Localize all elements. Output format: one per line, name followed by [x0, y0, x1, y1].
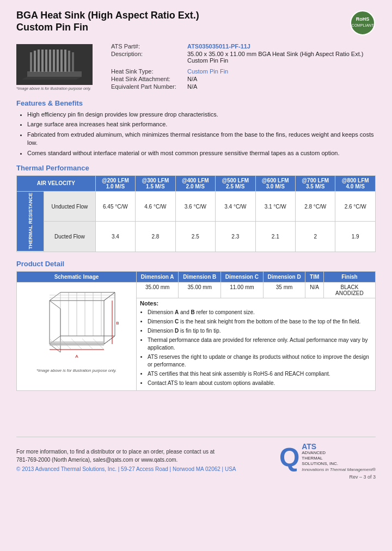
features-heading: Features & Benefits — [16, 99, 376, 107]
svg-rect-6 — [38, 50, 40, 72]
dim-b-value: 35.00 mm — [179, 282, 221, 298]
note-item: Dimension C is the heat sink height from… — [148, 318, 372, 326]
notes-title: Notes: — [140, 300, 372, 307]
svg-rect-15 — [72, 52, 74, 72]
heat-sink-type-label: Heat Sink Type: — [109, 68, 185, 75]
svg-marker-17 — [50, 292, 115, 301]
svg-rect-5 — [34, 51, 36, 72]
dim-a-value: 35.00 mm — [137, 282, 179, 298]
ducted-200: 3.4 — [95, 222, 135, 252]
svg-rect-13 — [64, 50, 66, 72]
svg-text:A: A — [75, 354, 78, 359]
product-detail-section: Product Detail Schematic Image Dimension… — [16, 260, 376, 391]
detail-table: Schematic Image Dimension A Dimension B … — [16, 271, 376, 391]
note-item: ATS certifies that this heat sink assemb… — [148, 370, 372, 378]
schematic-cell: A B — [17, 282, 137, 390]
unducted-600: 3.1 °C/W — [255, 191, 295, 221]
schematic-caption: *Image above is for illustration purpose… — [20, 368, 133, 373]
col-dim-d: Dimension D — [263, 271, 305, 282]
heat-sink-attachment-label: Heat Sink Attachment: — [109, 75, 185, 83]
features-section: Features & Benefits High efficiency pin … — [16, 99, 376, 157]
part-info-section: *Image above is for illustration purpose… — [16, 42, 376, 91]
svg-marker-19 — [104, 292, 115, 344]
contact-line1: For more information, to find a distribu… — [16, 448, 236, 464]
title-line1: BGA Heat Sink (High Aspect Ratio Ext.) — [16, 10, 199, 22]
tim-value: N/A — [305, 282, 323, 298]
product-image-box — [16, 44, 93, 85]
unducted-500: 3.4 °C/W — [216, 191, 255, 221]
ducted-600: 2.1 — [255, 222, 295, 252]
col-700lfm: @700 LFM 3.5 M/S — [295, 175, 335, 191]
product-image-area: *Image above is for illustration purpose… — [16, 42, 103, 91]
svg-rect-12 — [60, 50, 63, 72]
svg-rect-11 — [57, 50, 59, 72]
svg-rect-3 — [27, 71, 82, 77]
ats-name: ATS — [302, 443, 376, 450]
col-400lfm: @400 LFM 2.0 M/S — [175, 175, 215, 191]
features-list: High efficiency pin fin design provides … — [16, 111, 376, 157]
image-caption: *Image above is for illustration purpose… — [16, 87, 91, 90]
contact-text1: For more information, to find a distribu… — [16, 449, 215, 455]
ats-q-mark: Q — [279, 444, 299, 470]
dim-c-value: 11.00 mm — [221, 282, 264, 298]
col-schematic: Schematic Image — [17, 271, 137, 282]
unducted-200: 6.45 °C/W — [95, 191, 135, 221]
header: BGA Heat Sink (High Aspect Ratio Ext.) C… — [16, 10, 376, 36]
equivalent-part-value: N/A — [185, 83, 376, 90]
feature-item: Large surface area increases heat sink p… — [27, 120, 376, 128]
finish-value: BLACK ANODIZED — [323, 282, 375, 298]
col-300lfm: @300 LFM 1.5 M/S — [136, 175, 175, 191]
notes-list: Dimension A and B refer to component siz… — [140, 309, 372, 387]
ats-text-block: ATS ADVANCEDTHERMALSOLUTIONS, INC. Innov… — [302, 443, 376, 472]
footer-left: For more information, to find a distribu… — [16, 448, 236, 472]
svg-rect-4 — [30, 52, 32, 72]
svg-point-0 — [351, 11, 375, 35]
svg-rect-7 — [41, 50, 44, 72]
rohs-badge: RoHS COMPLIANT — [350, 10, 376, 36]
col-dim-a: Dimension A — [137, 271, 179, 282]
svg-text:COMPLIANT: COMPLIANT — [352, 23, 375, 27]
air-velocity-header: AIR VELOCITY — [17, 175, 96, 191]
svg-text:RoHS: RoHS — [356, 16, 370, 22]
thermal-heading: Thermal Performance — [16, 164, 376, 172]
ats-part-value: ATS035035011-PF-11J — [185, 42, 376, 50]
col-finish: Finish — [323, 271, 375, 282]
rev-line: Rev – 3 of 3 — [16, 474, 376, 480]
part-details: ATS Part#: ATS035035011-PF-11J Descripti… — [103, 42, 376, 91]
svg-rect-10 — [53, 50, 55, 72]
page-title: BGA Heat Sink (High Aspect Ratio Ext.) C… — [16, 10, 199, 33]
unducted-800: 2.6 °C/W — [335, 191, 376, 221]
footer-spacer — [16, 399, 376, 431]
schematic-image: A B — [28, 284, 126, 366]
ducted-800: 1.9 — [335, 222, 376, 252]
thermal-table: AIR VELOCITY @200 LFM 1.0 M/S @300 LFM 1… — [16, 175, 376, 252]
description-value: 35.00 x 35.00 x 11.00 mm BGA Heat Sink (… — [185, 50, 376, 64]
svg-rect-9 — [49, 50, 51, 72]
ducted-400: 2.5 — [175, 222, 215, 252]
note-item: Contact ATS to learn about custom option… — [148, 379, 372, 387]
unducted-400: 3.6 °C/W — [175, 191, 215, 221]
title-line2: Custom Pin Fin — [16, 22, 199, 34]
ats-full: ADVANCEDTHERMALSOLUTIONS, INC. — [302, 450, 376, 467]
footer: For more information, to find a distribu… — [16, 437, 376, 472]
ducted-500: 2.3 — [216, 222, 255, 252]
ats-tagline: Innovations in Thermal Management® — [302, 467, 376, 472]
heat-sink-type-value: Custom Pin Fin — [185, 68, 376, 75]
svg-rect-14 — [68, 51, 70, 72]
unducted-flow-label: Unducted Flow — [44, 191, 96, 221]
feature-item: Comes standard without interface materia… — [27, 149, 376, 157]
contact-text2: 781-769-2000 (North America), sales@qats… — [16, 457, 177, 463]
heat-sink-attachment-value: N/A — [185, 75, 376, 83]
col-800lfm: @800 LFM 4.0 M/S — [335, 175, 376, 191]
ats-part-label: ATS Part#: — [109, 42, 185, 50]
col-200lfm: @200 LFM 1.0 M/S — [95, 175, 135, 191]
equivalent-part-label: Equivalent Part Number: — [109, 83, 185, 90]
thermal-section: Thermal Performance AIR VELOCITY @200 LF… — [16, 164, 376, 252]
dim-d-value: 35 mm — [263, 282, 305, 298]
feature-item: Fabricated from extruded aluminum, which… — [27, 131, 376, 148]
copyright: © 2013 Advanced Thermal Solutions, Inc. … — [16, 466, 236, 472]
ducted-flow-label: Ducted Flow — [44, 222, 96, 252]
ducted-300: 2.8 — [136, 222, 175, 252]
feature-item: High efficiency pin fin design provides … — [27, 111, 376, 119]
ducted-700: 2 — [295, 222, 335, 252]
